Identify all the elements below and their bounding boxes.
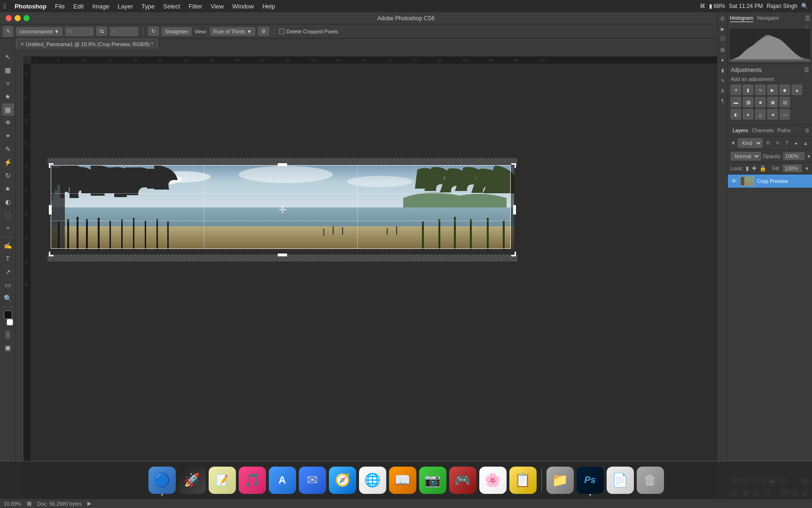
para-btn[interactable]: ¶ xyxy=(718,97,727,105)
maximize-button[interactable] xyxy=(23,15,30,21)
background-color[interactable] xyxy=(7,319,13,325)
tab-histogram[interactable]: Histogram xyxy=(730,14,753,22)
dock-notes[interactable]: 📋 xyxy=(509,467,537,494)
panels-toggle-btn[interactable]: ☰ xyxy=(718,14,727,23)
dock-photoshop[interactable]: Ps xyxy=(577,467,604,494)
minimize-button[interactable] xyxy=(15,15,21,21)
foreground-color[interactable] xyxy=(4,310,12,319)
menu-layer[interactable]: Layer xyxy=(114,2,137,11)
tab-channels[interactable]: Channels xyxy=(750,127,775,134)
adj-posterize-btn[interactable]: ● xyxy=(743,109,753,119)
tab-layers[interactable]: Layers xyxy=(731,127,750,134)
dock-files[interactable]: 📄 xyxy=(607,467,634,494)
crop-handle-tm[interactable] xyxy=(278,163,287,166)
dock-photos[interactable]: 🌸 xyxy=(479,467,507,494)
dock-launchpad[interactable]: 🚀 xyxy=(179,467,206,494)
blur-tool[interactable]: ◌ xyxy=(2,209,14,221)
dock-stickies[interactable]: 📝 xyxy=(209,467,236,494)
dock-books[interactable]: 📖 xyxy=(389,467,416,494)
adj-exposure-btn[interactable]: ▶ xyxy=(767,85,778,95)
color-btn[interactable]: ● xyxy=(718,56,727,64)
dock-chrome[interactable]: 🌐 xyxy=(359,467,386,494)
menu-edit[interactable]: Edit xyxy=(70,2,87,11)
screen-mode-btn[interactable]: ▣ xyxy=(2,341,14,354)
menu-view[interactable]: View xyxy=(207,2,227,11)
doc-info-arrow[interactable]: ▶ xyxy=(87,500,91,507)
filter-btn-3[interactable]: T xyxy=(783,139,791,147)
crop-handle-br[interactable] xyxy=(511,252,516,256)
char-btn[interactable]: A xyxy=(718,87,727,95)
adjust-btn[interactable]: ▤ xyxy=(718,45,727,54)
tab-navigator[interactable]: Navigator xyxy=(757,14,779,22)
layer-item-crop-preview[interactable]: 👁 Crop Preview xyxy=(728,175,812,188)
dock-trash[interactable]: 🗑 xyxy=(637,467,664,494)
brush-preset-btn[interactable]: ✎ xyxy=(718,76,727,85)
gradient-tool[interactable]: ◐ xyxy=(2,196,14,208)
brush-tool[interactable]: ✎ xyxy=(2,143,14,155)
crop-handle-bm[interactable] xyxy=(278,254,287,256)
settings-btn[interactable]: ⚙ xyxy=(258,27,269,36)
menu-photoshop[interactable]: Photoshop xyxy=(11,2,50,11)
menu-image[interactable]: Image xyxy=(88,2,113,11)
fill-dropdown-icon[interactable]: ▼ xyxy=(804,166,809,171)
dock-mail[interactable]: ✉ xyxy=(299,467,326,494)
dock-finder[interactable]: 🔵 xyxy=(148,467,176,494)
adj-levels-btn[interactable]: ▮ xyxy=(743,85,753,95)
opacity-input[interactable] xyxy=(783,152,804,160)
pen-tool[interactable]: ✍ xyxy=(2,239,14,252)
adjustments-panel-menu-icon[interactable]: ☰ xyxy=(804,67,809,73)
document-tab[interactable]: ✕ Untitled_Panorama1 @ 10.9% (Crop Previ… xyxy=(16,39,157,49)
history-brush-tool[interactable]: ↻ xyxy=(2,169,14,182)
move-tool[interactable]: ↖ xyxy=(2,51,14,63)
menu-window[interactable]: Window xyxy=(228,2,258,11)
adj-channelmixer-btn[interactable]: ▣ xyxy=(767,97,778,107)
menu-type[interactable]: Type xyxy=(138,2,158,11)
stamp-tool[interactable]: ⚡ xyxy=(2,156,14,168)
dock-finder2[interactable]: 📁 xyxy=(547,467,574,494)
dock-itunes[interactable]: 🎵 xyxy=(239,467,266,494)
view-dropdown[interactable]: Rule of Thirds ▼ xyxy=(210,27,255,36)
ratio-dropdown[interactable]: Unconstrained ▼ xyxy=(16,27,62,36)
height-input[interactable] xyxy=(110,27,138,36)
info-btn[interactable]: ⓘ xyxy=(718,35,727,43)
adj-selectivecolor-btn[interactable]: ◄ xyxy=(767,109,778,119)
dodge-tool[interactable]: ⚬ xyxy=(2,222,14,234)
filter-btn-2[interactable]: ✎ xyxy=(774,139,781,147)
histogram-panel-menu-icon[interactable]: ☰ xyxy=(805,15,810,22)
adj-gradient-btn[interactable]: ▭ xyxy=(780,109,790,119)
width-input[interactable] xyxy=(65,27,94,36)
lasso-tool[interactable]: ⌗ xyxy=(2,77,14,89)
adj-brightness-btn[interactable]: ☀ xyxy=(731,85,741,95)
crop-handle-mr[interactable] xyxy=(513,205,516,214)
eyedropper-tool[interactable]: 👁 xyxy=(2,117,14,129)
crop-handle-bl[interactable] xyxy=(49,252,54,256)
adj-hsl-btn[interactable]: ▲ xyxy=(792,85,802,95)
filter-btn-5[interactable]: ▲ xyxy=(802,139,809,147)
search-icon[interactable]: 🔍 xyxy=(801,3,808,9)
menu-select[interactable]: Select xyxy=(159,2,184,11)
tab-paths[interactable]: Paths xyxy=(776,127,793,134)
lock-all-icon[interactable]: 🔒 xyxy=(759,165,766,172)
dock-appstore[interactable]: A xyxy=(269,467,296,494)
tab-close-icon[interactable]: ✕ xyxy=(20,41,24,47)
adj-bw-btn[interactable]: ▩ xyxy=(743,97,753,107)
crop-handle-tl[interactable] xyxy=(49,163,54,168)
eraser-tool[interactable]: ★ xyxy=(2,183,14,195)
filter-btn-1[interactable]: ⛭ xyxy=(765,139,772,147)
crop-handle-tr[interactable] xyxy=(511,163,516,168)
zoom-tool[interactable]: 🔍 xyxy=(2,292,14,304)
adj-threshold-btn[interactable]: △ xyxy=(755,109,765,119)
adj-photofilter-btn[interactable]: ■ xyxy=(755,97,765,107)
dock-safari[interactable]: 🧭 xyxy=(329,467,356,494)
filter-btn-4[interactable]: ● xyxy=(792,139,800,147)
layer-visibility-toggle[interactable]: 👁 xyxy=(731,178,737,184)
adj-invert-btn[interactable]: ◐ xyxy=(731,109,741,119)
crop-tool[interactable]: ▦ xyxy=(2,103,14,116)
straighten-btn[interactable]: Straighten xyxy=(162,27,192,36)
dock-game-center[interactable]: 🎮 xyxy=(449,467,476,494)
marquee-tool[interactable]: ▦ xyxy=(2,64,14,76)
swap-dimensions[interactable]: ⇆ xyxy=(96,27,107,36)
lock-move-icon[interactable]: ✚ xyxy=(752,165,757,172)
layer-filter-dropdown[interactable]: Kind xyxy=(738,138,763,148)
path-select-tool[interactable]: ↗ xyxy=(2,266,14,278)
